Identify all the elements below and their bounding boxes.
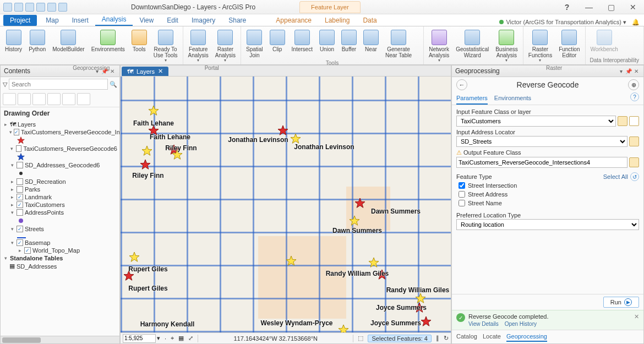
- bottom-tab-locate[interactable]: Locate: [483, 332, 501, 342]
- qat-icon[interactable]: [58, 3, 67, 12]
- ribbon-network-analysis[interactable]: Network Analysis: [426, 28, 452, 65]
- tab-edit[interactable]: Edit: [160, 15, 185, 26]
- map-point-red-star[interactable]: [140, 159, 151, 170]
- ribbon-function-editor[interactable]: Function Editor: [556, 28, 582, 60]
- maximize-button[interactable]: ▢: [600, 3, 622, 12]
- tab-project[interactable]: Project: [3, 15, 37, 26]
- scale-control[interactable]: ▾: [123, 334, 160, 343]
- tab-analysis[interactable]: Analysis: [95, 14, 133, 26]
- map-canvas[interactable]: Faith LehaneFaith LehaneRiley FinnRiley …: [121, 77, 451, 332]
- select-all-link[interactable]: Select All: [603, 173, 628, 180]
- map-point-yellow-star[interactable]: [148, 105, 159, 116]
- subtab-parameters[interactable]: Parameters: [456, 92, 488, 105]
- status-tool-icon[interactable]: ⬚: [358, 335, 363, 342]
- input-locator-select[interactable]: SD_Streets: [456, 136, 627, 147]
- help-button[interactable]: ?: [556, 3, 578, 12]
- layer-checkbox[interactable]: [24, 247, 31, 254]
- tab-data[interactable]: Data: [356, 15, 383, 26]
- search-icon[interactable]: 🔍: [110, 81, 117, 88]
- layer-checkbox[interactable]: [14, 129, 19, 135]
- preferred-location-select[interactable]: Routing location: [456, 219, 639, 230]
- layer-checkbox[interactable]: [17, 226, 23, 232]
- layer-label[interactable]: TaxiCustomers: [25, 201, 65, 208]
- ribbon-history[interactable]: History: [2, 28, 25, 54]
- ribbon-ready-to-use[interactable]: Ready To Use Tools: [151, 28, 181, 65]
- ribbon-tool-btn[interactable]: Clip: [267, 28, 288, 54]
- standalone-tables-label[interactable]: Standalone Tables: [10, 255, 63, 261]
- layer-checkbox[interactable]: [17, 186, 23, 193]
- map-point-red-star[interactable]: [277, 125, 288, 136]
- refresh-icon[interactable]: ↻: [444, 335, 449, 342]
- qat-icon[interactable]: [25, 3, 34, 12]
- ribbon-modelbuilder[interactable]: ModelBuilder: [50, 28, 87, 54]
- table-label[interactable]: SD_Addresses: [17, 263, 57, 270]
- reset-icon[interactable]: ↺: [630, 172, 639, 181]
- feature-type-option[interactable]: Street Intersection: [456, 181, 639, 190]
- map-point-yellow-star[interactable]: [141, 145, 152, 156]
- browse-icon[interactable]: [618, 116, 627, 126]
- qat-icon[interactable]: [14, 3, 23, 12]
- bottom-tab-catalog[interactable]: Catalog: [456, 332, 477, 342]
- horizontal-scrollbar[interactable]: [1, 336, 119, 343]
- ribbon-tool-btn[interactable]: Union: [316, 28, 337, 54]
- ribbon-workbench[interactable]: Workbench: [588, 28, 621, 54]
- status-tool-icon[interactable]: ⌖: [171, 335, 174, 342]
- close-button[interactable]: ✕: [622, 3, 644, 12]
- ribbon-feature-analysis[interactable]: Feature Analysis: [185, 28, 211, 65]
- qat-icon[interactable]: [36, 3, 45, 12]
- map-point-yellow-star[interactable]: [286, 255, 297, 266]
- layer-label[interactable]: Streets: [25, 226, 44, 232]
- back-button[interactable]: ←: [456, 79, 467, 90]
- tool-help-icon[interactable]: ?: [630, 92, 639, 101]
- layer-label[interactable]: TaxiCustomers_ReverseGeocode_Intersectio…: [21, 129, 119, 135]
- option-checkbox[interactable]: [459, 191, 465, 198]
- panel-options-icon[interactable]: ▾: [617, 68, 625, 74]
- ribbon-raster-functions[interactable]: Raster Functions: [526, 28, 555, 65]
- ribbon-geostat-wizard[interactable]: Geostatistical Wizard: [453, 28, 492, 60]
- ribbon-tool-btn[interactable]: Buffer: [339, 28, 359, 54]
- layer-label[interactable]: AddressPoints: [25, 209, 64, 216]
- feature-type-option[interactable]: Street Name: [456, 199, 639, 208]
- layer-checkbox[interactable]: [16, 145, 22, 152]
- ribbon-environments[interactable]: Environments: [89, 28, 128, 54]
- open-history-link[interactable]: Open History: [505, 321, 537, 327]
- contents-search-input[interactable]: [9, 79, 108, 90]
- list-by-selection[interactable]: [32, 93, 46, 105]
- map-point-red-star[interactable]: [421, 316, 432, 327]
- layer-checkbox[interactable]: [17, 209, 23, 216]
- root-layer-label[interactable]: Layers: [18, 121, 36, 128]
- browse-icon[interactable]: [629, 157, 639, 167]
- layer-checkbox[interactable]: [17, 194, 23, 200]
- map-point-yellow-star[interactable]: [349, 215, 360, 226]
- map-point-yellow-star[interactable]: [290, 133, 301, 144]
- list-by-snapping[interactable]: [62, 93, 75, 105]
- view-details-link[interactable]: View Details: [468, 321, 499, 327]
- bottom-tab-geoprocessing[interactable]: Geoprocessing: [506, 332, 547, 342]
- subtab-environments[interactable]: Environments: [494, 92, 531, 105]
- minimize-button[interactable]: —: [578, 3, 600, 12]
- notification-icon[interactable]: 🔔: [632, 19, 640, 26]
- list-by-source[interactable]: [18, 93, 31, 105]
- ribbon-tool-btn[interactable]: Near: [361, 28, 381, 54]
- input-featureclass-select[interactable]: TaxiCustomers: [456, 116, 616, 127]
- run-button[interactable]: Run▶: [603, 297, 639, 308]
- layer-checkbox[interactable]: [17, 162, 23, 168]
- tab-labeling[interactable]: Labeling: [318, 15, 356, 26]
- add-favorite-button[interactable]: ⊕: [628, 79, 639, 90]
- status-tool-icon[interactable]: ⤢: [188, 335, 193, 342]
- status-tool-icon[interactable]: ∥: [436, 335, 439, 342]
- browse-icon[interactable]: [629, 136, 639, 146]
- filter-icon[interactable]: ▽: [3, 81, 7, 88]
- edit-icon[interactable]: [629, 116, 639, 126]
- layer-label[interactable]: Parks: [25, 186, 40, 193]
- selected-features-readout[interactable]: Selected Features: 4: [368, 335, 432, 342]
- layer-label[interactable]: World_Topo_Map: [32, 247, 80, 254]
- layer-label[interactable]: Basemap: [25, 239, 50, 246]
- ribbon-raster-analysis[interactable]: Raster Analysis: [212, 28, 238, 65]
- ribbon-python[interactable]: Python: [26, 28, 48, 54]
- layer-checkbox[interactable]: [17, 201, 23, 208]
- tab-insert[interactable]: Insert: [66, 15, 95, 26]
- ribbon-tool-btn[interactable]: Intersect: [289, 28, 315, 54]
- scale-input[interactable]: [123, 334, 156, 343]
- layer-checkbox[interactable]: [17, 178, 23, 185]
